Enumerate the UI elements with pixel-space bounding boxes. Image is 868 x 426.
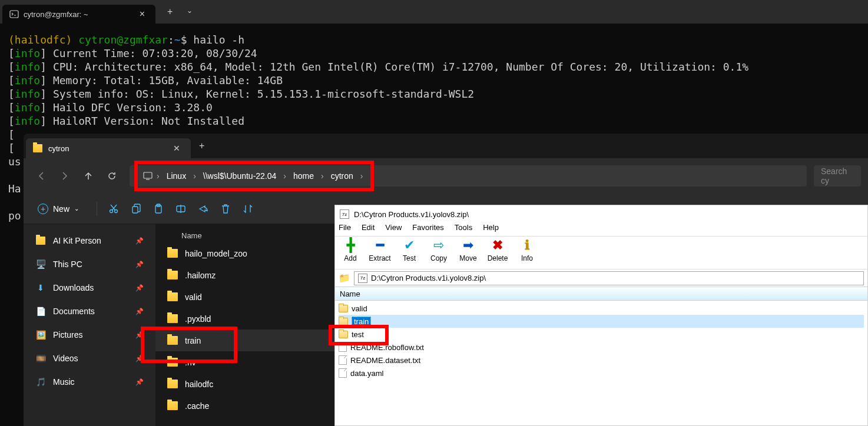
list-item[interactable]: data.yaml bbox=[339, 367, 864, 380]
rename-icon[interactable] bbox=[175, 203, 187, 215]
sevenzip-titlebar[interactable]: 7z D:\Cytron Products.v1i.yolov8.zip\ bbox=[335, 205, 867, 223]
up-folder-icon[interactable]: 📁 bbox=[339, 272, 350, 284]
menu-file[interactable]: File bbox=[339, 223, 351, 236]
tool-label: Test bbox=[403, 254, 416, 262]
refresh-button[interactable] bbox=[101, 165, 122, 187]
new-button[interactable]: + New ⌄ bbox=[31, 200, 86, 218]
breadcrumb[interactable]: › Linux › \\wsl$\Ubuntu-22.04 › home › c… bbox=[130, 165, 807, 187]
svg-rect-0 bbox=[10, 11, 18, 18]
terminal-tab-title: cytron@zgmfxar: ~ bbox=[24, 10, 131, 19]
item-name: README.roboflow.txt bbox=[350, 343, 424, 352]
info-tag: info bbox=[15, 74, 40, 86]
column-header-name[interactable]: Name bbox=[335, 287, 867, 301]
folder-icon bbox=[167, 336, 178, 345]
sevenzip-window: 7z D:\Cytron Products.v1i.yolov8.zip\ Fi… bbox=[334, 205, 868, 426]
tool-label: Info bbox=[521, 254, 533, 262]
folder-icon bbox=[35, 235, 46, 246]
sidebar-item-pictures[interactable]: 🖼️Pictures📌 bbox=[24, 323, 155, 347]
breadcrumb-item[interactable]: home bbox=[290, 169, 317, 183]
list-item-train[interactable]: train bbox=[339, 315, 864, 328]
breadcrumb-item[interactable]: cytron bbox=[327, 169, 357, 183]
move-button[interactable]: ➡Move bbox=[456, 238, 480, 269]
test-button[interactable]: ✔Test bbox=[397, 238, 421, 269]
monitor-icon: 🖥️ bbox=[35, 259, 46, 269]
new-tab-button[interactable]: + bbox=[191, 136, 213, 156]
tool-label: Copy bbox=[430, 254, 447, 262]
sevenzip-path-text: D:\Cytron Products.v1i.yolov8.zip\ bbox=[371, 274, 486, 282]
folder-icon bbox=[167, 401, 178, 410]
item-name: train bbox=[352, 317, 371, 327]
forward-button[interactable] bbox=[54, 165, 75, 187]
info-tag: info bbox=[15, 61, 40, 73]
chevron-right-icon: › bbox=[191, 171, 198, 181]
folder-icon bbox=[167, 314, 178, 323]
search-input[interactable]: Search cy bbox=[814, 165, 861, 187]
add-button[interactable]: ╋Add bbox=[339, 238, 362, 269]
list-item[interactable]: valid bbox=[339, 302, 864, 315]
share-icon[interactable] bbox=[197, 203, 209, 215]
prompt-command: hailo -h bbox=[193, 34, 244, 46]
terminal-icon bbox=[9, 9, 19, 19]
sidebar-item-music[interactable]: 🎵Music📌 bbox=[24, 370, 155, 394]
back-button[interactable] bbox=[31, 165, 52, 187]
pin-icon: 📌 bbox=[135, 355, 144, 362]
sidebar-item-this-pc[interactable]: 🖥️This PC📌 bbox=[24, 252, 155, 276]
sidebar-item-documents[interactable]: 📄Documents📌 bbox=[24, 299, 155, 323]
sidebar-item-ai-kit[interactable]: AI Kit Person📌 bbox=[24, 229, 155, 252]
sidebar-label: Documents bbox=[53, 307, 95, 316]
new-tab-button[interactable]: + bbox=[163, 4, 177, 19]
close-icon[interactable]: ✕ bbox=[170, 144, 184, 153]
terminal-tab-actions: + ⌄ bbox=[155, 4, 204, 19]
list-item[interactable]: test bbox=[339, 328, 864, 341]
menu-tools[interactable]: Tools bbox=[455, 223, 472, 236]
terminal-line: Current Time: 07:03:20, 08/30/24 bbox=[53, 47, 257, 59]
sevenzip-path-input[interactable]: 7z D:\Cytron Products.v1i.yolov8.zip\ bbox=[354, 271, 864, 285]
sevenzip-menubar: File Edit View Favorites Tools Help bbox=[335, 223, 867, 236]
breadcrumb-item[interactable]: \\wsl$\Ubuntu-22.04 bbox=[200, 169, 280, 183]
sidebar-label: Downloads bbox=[53, 283, 94, 292]
svg-rect-1 bbox=[144, 172, 152, 178]
folder-icon bbox=[33, 144, 42, 152]
terminal-tab[interactable]: cytron@zgmfxar: ~ × bbox=[2, 5, 155, 24]
breadcrumb-item[interactable]: Linux bbox=[163, 169, 190, 183]
menu-favorites[interactable]: Favorites bbox=[412, 223, 443, 236]
menu-view[interactable]: View bbox=[385, 223, 402, 236]
paste-icon[interactable] bbox=[153, 203, 164, 215]
download-icon: ⬇ bbox=[35, 282, 46, 293]
cut-icon[interactable] bbox=[108, 203, 120, 215]
list-item[interactable]: README.roboflow.txt bbox=[339, 341, 864, 354]
delete-button[interactable]: ✖Delete bbox=[486, 238, 509, 269]
document-icon: 📄 bbox=[35, 306, 46, 317]
copy-button[interactable]: ⇨Copy bbox=[427, 238, 450, 269]
delete-icon[interactable] bbox=[220, 203, 231, 215]
up-button[interactable] bbox=[78, 165, 99, 187]
extract-button[interactable]: ━Extract bbox=[368, 238, 392, 269]
terminal-line: Hailo DFC Version: 3.28.0 bbox=[53, 101, 213, 114]
prompt-user: cytron@zgmfxar bbox=[78, 34, 168, 46]
menu-edit[interactable]: Edit bbox=[362, 223, 375, 236]
sort-icon[interactable] bbox=[242, 203, 254, 215]
highlight-annotation: › Linux › \\wsl$\Ubuntu-22.04 › home › c… bbox=[134, 161, 374, 191]
videos-icon: 🎞️ bbox=[35, 353, 46, 364]
svg-point-3 bbox=[115, 209, 118, 212]
copy-icon[interactable] bbox=[130, 203, 142, 215]
plus-icon: ╋ bbox=[347, 238, 355, 253]
explorer-tab[interactable]: cytron ✕ bbox=[26, 138, 191, 158]
sidebar-item-downloads[interactable]: ⬇Downloads📌 bbox=[24, 276, 155, 299]
folder-icon bbox=[339, 331, 348, 338]
folder-icon bbox=[167, 358, 178, 367]
folder-icon bbox=[339, 305, 348, 312]
sidebar-item-videos[interactable]: 🎞️Videos📌 bbox=[24, 347, 155, 370]
close-icon[interactable]: × bbox=[136, 9, 148, 19]
folder-name: hailodfc bbox=[185, 380, 213, 389]
menu-help[interactable]: Help bbox=[483, 223, 499, 236]
folder-name: .hailomz bbox=[185, 271, 216, 280]
chevron-right-icon: › bbox=[281, 171, 289, 181]
svg-point-2 bbox=[110, 209, 113, 212]
terminal-titlebar: cytron@zgmfxar: ~ × + ⌄ bbox=[0, 0, 868, 24]
info-button[interactable]: ℹInfo bbox=[515, 238, 539, 269]
terminal-line: HailoRT Version: Not Installed bbox=[53, 115, 244, 127]
tab-dropdown-icon[interactable]: ⌄ bbox=[182, 4, 197, 19]
tool-label: Add bbox=[344, 254, 356, 262]
list-item[interactable]: README.dataset.txt bbox=[339, 354, 864, 367]
